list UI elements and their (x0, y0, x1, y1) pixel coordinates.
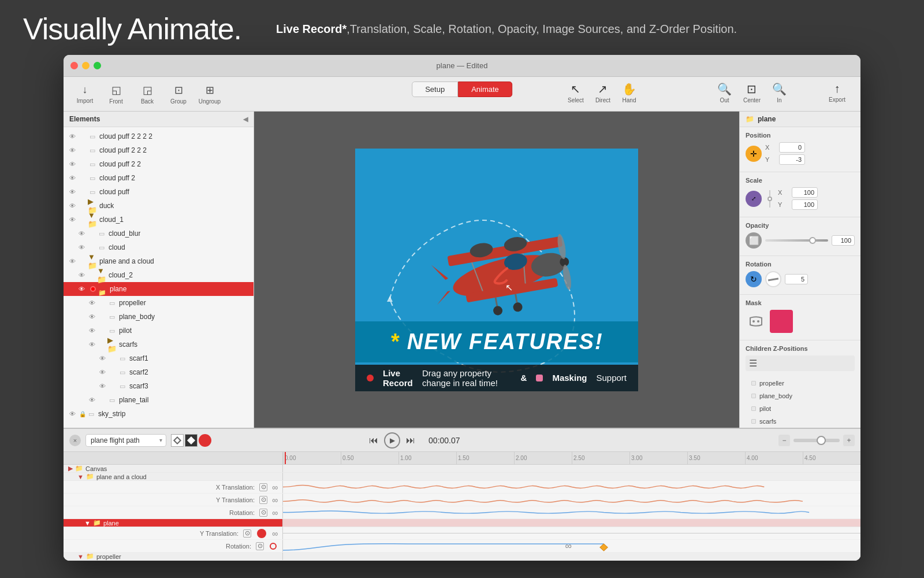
layer-cloud-puff-22[interactable]: 👁 ▭ cloud puff 2 2 (64, 157, 254, 171)
diamond-button-outline[interactable] (171, 434, 184, 447)
prop-r-icon[interactable]: ⊙ (259, 509, 267, 517)
visibility-icon[interactable]: 👁 (76, 242, 87, 253)
tl-folder-icon: ▶ (68, 465, 73, 472)
prop-plane-y-icon[interactable]: ⊙ (243, 529, 251, 538)
export-button[interactable]: ↑ Export (824, 80, 850, 105)
zoom-track[interactable] (793, 439, 840, 442)
layer-plane-tail[interactable]: 👁 ▭ plane_tail (64, 393, 254, 407)
timeline-close-button[interactable]: × (69, 435, 81, 446)
z-item-plane-body[interactable]: plane_body (746, 390, 855, 402)
track-propeller-group[interactable]: ▼ 📁 propeller (64, 553, 860, 561)
opacity-slider[interactable] (765, 239, 828, 242)
minimize-button[interactable] (82, 62, 90, 69)
visibility-icon[interactable]: 👁 (87, 339, 97, 350)
layer-plane-and-cloud[interactable]: 👁 ▼ 📁 plane and a cloud (64, 254, 254, 268)
rotation-input[interactable] (785, 274, 808, 284)
back-button[interactable]: ◲ Back (132, 80, 163, 109)
layer-cloud-2[interactable]: 👁 ▼ 📁 cloud_2 (64, 268, 254, 282)
play-button[interactable]: ▶ (384, 432, 400, 449)
ungroup-button[interactable]: ⊞ Ungroup (194, 80, 225, 109)
layer-propeller[interactable]: 👁 ▭ propeller (64, 296, 254, 310)
layer-pilot[interactable]: 👁 ▭ pilot (64, 324, 254, 338)
prop-x-icon[interactable]: ⊙ (259, 483, 267, 491)
zoom-out-button[interactable]: 🔍 Out (713, 80, 736, 106)
zoom-in-button[interactable]: 🔍 In (767, 80, 791, 106)
maximize-button[interactable] (94, 62, 101, 69)
visibility-icon[interactable]: 👁 (67, 187, 77, 197)
layer-scarf2[interactable]: 👁 ▭ scarf2 (64, 365, 254, 379)
timeline-name-dropdown[interactable]: plane flight path ▾ (85, 434, 166, 447)
track-plane-selected[interactable]: ▼ 📁 plane (64, 519, 860, 527)
z-item-scarfs[interactable]: scarfs (746, 415, 855, 428)
visibility-icon[interactable]: 👁 (97, 353, 107, 364)
visibility-icon[interactable]: 👁 (67, 131, 77, 142)
panel-folder-icon: 📁 (746, 115, 754, 123)
layer-cloud-blur[interactable]: 👁 ▭ cloud_blur (64, 227, 254, 240)
layer-name: cloud puff (99, 188, 129, 196)
track-plane-and-cloud-group[interactable]: ▼ 📁 plane and a cloud (64, 473, 860, 481)
z-item-pilot[interactable]: pilot (746, 402, 855, 415)
masking-label: Masking (552, 373, 587, 383)
layer-cloud-1[interactable]: 👁 ▼ 📁 cloud_1 (64, 213, 254, 227)
visibility-icon[interactable]: 👁 (97, 381, 107, 391)
visibility-icon[interactable]: 👁 (67, 173, 77, 183)
layer-scarfs[interactable]: 👁 ▶ 📁 scarfs (64, 338, 254, 351)
visibility-icon[interactable]: 👁 (76, 284, 87, 294)
zoom-minus-button[interactable]: − (778, 435, 790, 446)
direct-tool-button[interactable]: ↗ Direct (591, 80, 615, 106)
playhead[interactable] (285, 452, 286, 464)
visibility-icon[interactable]: 👁 (87, 395, 97, 405)
scale-y-input[interactable] (792, 199, 818, 210)
layer-cloud-puff-2[interactable]: 👁 ▭ cloud puff 2 (64, 171, 254, 185)
group-button[interactable]: ⊡ Group (163, 80, 194, 109)
zoom-center-button[interactable]: ⊡ Center (739, 80, 765, 106)
visibility-icon[interactable]: 👁 (87, 312, 97, 322)
track-canvas[interactable]: ▶ 📁 Canvas (64, 465, 860, 473)
image-icon: ▭ (88, 132, 97, 141)
visibility-icon[interactable]: 👁 (76, 228, 87, 239)
scale-x-input[interactable] (792, 187, 818, 198)
import-button[interactable]: ↓ Import (69, 80, 100, 109)
position-x-input[interactable] (779, 142, 805, 153)
canvas-track-label: Canvas (85, 465, 107, 472)
visibility-icon[interactable]: 👁 (67, 214, 77, 225)
position-y-input[interactable] (779, 154, 805, 165)
prop-y-icon[interactable]: ⊙ (259, 496, 267, 504)
z-order-button[interactable]: ☰ (746, 355, 855, 371)
skip-forward-button[interactable]: ⏭ (406, 435, 415, 446)
layer-sky-strip[interactable]: 👁 🔒 ▭ sky_strip (64, 407, 254, 421)
visibility-icon[interactable]: 👁 (67, 409, 77, 419)
front-button[interactable]: ◱ Front (100, 80, 132, 109)
hand-tool-button[interactable]: ✋ Hand (617, 80, 641, 106)
animate-button[interactable]: Animate (458, 81, 512, 97)
close-button[interactable] (70, 62, 78, 69)
mask-swatch[interactable] (770, 310, 793, 333)
visibility-icon[interactable]: 👁 (87, 325, 97, 336)
prop-y-translation: Y Translation: ⊙ ∞ (64, 494, 860, 506)
layer-plane-selected[interactable]: 👁 ▼ 📁 plane (64, 282, 254, 296)
zoom-plus-button[interactable]: + (843, 435, 855, 446)
layer-cloud-puff-222[interactable]: 👁 ▭ cloud puff 2 2 2 (64, 143, 254, 157)
layer-plane-body[interactable]: 👁 ▭ plane_body (64, 310, 254, 324)
visibility-icon[interactable]: 👁 (76, 270, 87, 280)
visibility-icon[interactable]: 👁 (97, 367, 107, 377)
skip-back-button[interactable]: ⏮ (369, 435, 378, 446)
visibility-icon[interactable]: 👁 (67, 145, 77, 155)
prop-plane-r-icon[interactable]: ⊙ (256, 542, 264, 550)
opacity-input[interactable] (832, 235, 855, 246)
rotation-dial[interactable] (765, 271, 781, 287)
record-button[interactable] (199, 434, 211, 447)
layer-cloud-puff-2222[interactable]: 👁 ▭ cloud puff 2 2 2 2 (64, 129, 254, 143)
z-item-propeller[interactable]: propeller (746, 377, 855, 390)
visibility-icon[interactable]: 👁 (67, 201, 77, 211)
setup-button[interactable]: Setup (412, 81, 458, 97)
image-icon: ▭ (88, 146, 97, 155)
select-tool-button[interactable]: ↖ Select (563, 80, 588, 106)
layer-scarf1[interactable]: 👁 ▭ scarf1 (64, 351, 254, 365)
collapse-icon[interactable]: ◀ (243, 116, 248, 123)
visibility-icon[interactable]: 👁 (67, 159, 77, 169)
layer-scarf3[interactable]: 👁 ▭ scarf3 (64, 379, 254, 393)
visibility-icon[interactable]: 👁 (87, 298, 97, 308)
visibility-icon[interactable]: 👁 (67, 256, 77, 266)
diamond-button-filled[interactable] (185, 434, 198, 447)
